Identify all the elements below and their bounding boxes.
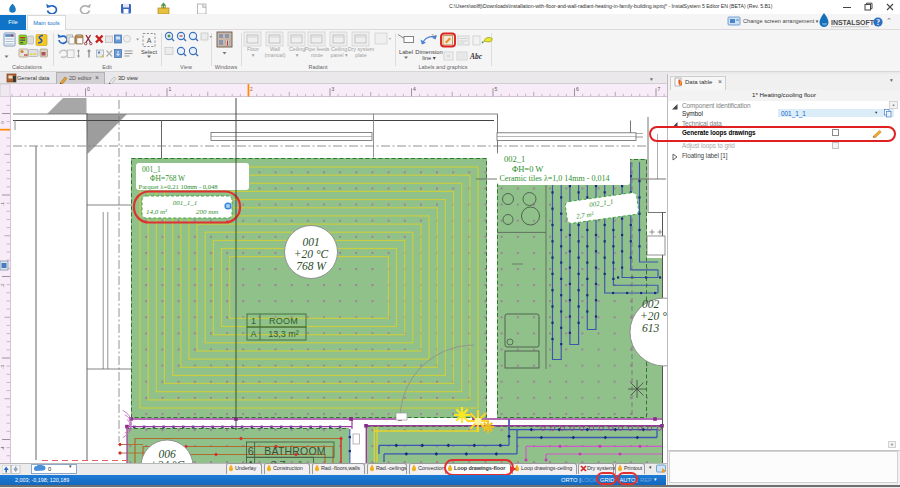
svg-text:613: 613 (642, 322, 660, 334)
svg-text:002: 002 (642, 298, 660, 310)
svg-text:7: 7 (658, 86, 661, 92)
svg-text:001_1: 001_1 (142, 165, 161, 174)
svg-text:-2: -2 (0, 283, 5, 287)
svg-text:ΦH=0 W: ΦH=0 W (512, 164, 543, 174)
svg-text:2a: 2a (431, 33, 437, 38)
svg-text:?: ? (876, 18, 880, 27)
svg-text:006: 006 (158, 448, 176, 460)
svg-text:5: 5 (495, 86, 498, 92)
svg-text:A: A (250, 329, 256, 339)
svg-text:+20 °: +20 ° (640, 310, 667, 322)
svg-text:768 W: 768 W (296, 260, 327, 272)
svg-text:Label: Label (399, 49, 413, 55)
svg-text:2: 2 (250, 86, 253, 92)
svg-text:line ▾: line ▾ (422, 55, 436, 61)
svg-text:Ceramic tiles λ=1,0 14mm - 0,0: Ceramic tiles λ=1,0 14mm - 0,014 (500, 174, 610, 183)
svg-text:-4: -4 (0, 446, 5, 450)
svg-text:Select: Select (141, 49, 158, 55)
svg-text:6: 6 (576, 86, 579, 92)
svg-text:200 mm: 200 mm (196, 208, 218, 216)
svg-text:14,0 m²: 14,0 m² (146, 208, 168, 216)
svg-text:INSTALSOFT: INSTALSOFT (831, 19, 875, 26)
svg-text:Abc: Abc (469, 52, 483, 61)
svg-text:+20 °C: +20 °C (294, 248, 329, 260)
svg-text:1: 1 (169, 86, 172, 92)
svg-text:A: A (147, 37, 152, 44)
svg-text:0: 0 (87, 86, 90, 92)
svg-text:13,3 m²: 13,3 m² (268, 329, 299, 339)
svg-text:-1: -1 (0, 201, 5, 205)
svg-text:1: 1 (251, 316, 256, 326)
svg-text:001: 001 (302, 236, 319, 248)
svg-text:-3: -3 (0, 364, 5, 368)
svg-text:3: 3 (332, 86, 335, 92)
svg-text:ROOM: ROOM (269, 316, 298, 326)
svg-text:BATHROOM: BATHROOM (264, 445, 326, 457)
svg-text:4: 4 (413, 86, 416, 92)
svg-text:001_1_1: 001_1_1 (173, 199, 198, 207)
svg-text:Dimension: Dimension (415, 49, 442, 55)
svg-text:Parquet λ=0,21 10mm - 0,048: Parquet λ=0,21 10mm - 0,048 (139, 183, 219, 190)
svg-text:6: 6 (248, 445, 254, 457)
svg-text:002_1: 002_1 (504, 154, 525, 164)
